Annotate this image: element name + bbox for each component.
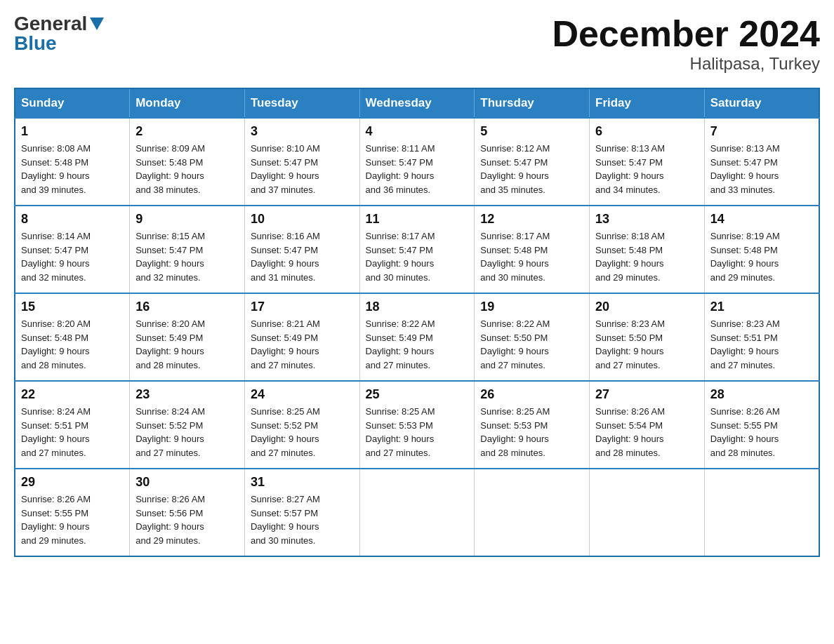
calendar-cell: 18Sunrise: 8:22 AMSunset: 5:49 PMDayligh… (359, 293, 475, 381)
day-info: Sunrise: 8:11 AMSunset: 5:47 PMDaylight:… (366, 142, 469, 196)
day-number: 25 (366, 387, 469, 402)
day-number: 21 (710, 300, 813, 314)
day-info: Sunrise: 8:25 AMSunset: 5:53 PMDaylight:… (366, 405, 469, 459)
calendar-cell (704, 469, 819, 556)
weekday-header-sunday: Sunday (15, 88, 130, 118)
calendar-cell: 13Sunrise: 8:18 AMSunset: 5:48 PMDayligh… (590, 206, 705, 293)
day-info: Sunrise: 8:17 AMSunset: 5:47 PMDaylight:… (366, 229, 469, 284)
day-info: Sunrise: 8:23 AMSunset: 5:51 PMDaylight:… (710, 317, 813, 372)
day-info: Sunrise: 8:19 AMSunset: 5:48 PMDaylight:… (710, 229, 813, 284)
day-number: 8 (21, 212, 124, 227)
day-info: Sunrise: 8:24 AMSunset: 5:52 PMDaylight:… (135, 405, 239, 459)
weekday-header-saturday: Saturday (704, 88, 819, 118)
calendar-cell: 14Sunrise: 8:19 AMSunset: 5:48 PMDayligh… (704, 206, 819, 293)
day-info: Sunrise: 8:14 AMSunset: 5:47 PMDaylight:… (21, 229, 124, 284)
calendar-cell: 31Sunrise: 8:27 AMSunset: 5:57 PMDayligh… (244, 469, 359, 556)
weekday-header-friday: Friday (590, 88, 705, 118)
calendar-cell: 1Sunrise: 8:08 AMSunset: 5:48 PMDaylight… (15, 118, 130, 206)
calendar-cell: 20Sunrise: 8:23 AMSunset: 5:50 PMDayligh… (590, 293, 705, 381)
day-number: 23 (135, 387, 239, 402)
day-number: 17 (251, 300, 354, 314)
day-number: 15 (21, 300, 124, 314)
day-number: 3 (251, 124, 354, 139)
calendar-body: 1Sunrise: 8:08 AMSunset: 5:48 PMDaylight… (15, 118, 819, 556)
logo: General Blue (14, 14, 104, 53)
calendar-cell: 3Sunrise: 8:10 AMSunset: 5:47 PMDaylight… (244, 118, 359, 206)
day-info: Sunrise: 8:08 AMSunset: 5:48 PMDaylight:… (21, 142, 124, 196)
calendar-cell: 27Sunrise: 8:26 AMSunset: 5:54 PMDayligh… (590, 381, 705, 469)
location-subtitle: Halitpasa, Turkey (552, 54, 820, 74)
day-info: Sunrise: 8:18 AMSunset: 5:48 PMDaylight:… (595, 229, 699, 284)
day-number: 6 (595, 124, 699, 139)
calendar-cell: 5Sunrise: 8:12 AMSunset: 5:47 PMDaylight… (475, 118, 590, 206)
day-info: Sunrise: 8:26 AMSunset: 5:54 PMDaylight:… (595, 405, 699, 459)
weekday-row: SundayMondayTuesdayWednesdayThursdayFrid… (15, 88, 819, 118)
day-info: Sunrise: 8:13 AMSunset: 5:47 PMDaylight:… (710, 142, 813, 196)
day-number: 22 (21, 387, 124, 402)
calendar-cell: 22Sunrise: 8:24 AMSunset: 5:51 PMDayligh… (15, 381, 130, 469)
calendar-week-2: 8Sunrise: 8:14 AMSunset: 5:47 PMDaylight… (15, 206, 819, 293)
calendar-cell: 26Sunrise: 8:25 AMSunset: 5:53 PMDayligh… (475, 381, 590, 469)
calendar-cell: 24Sunrise: 8:25 AMSunset: 5:52 PMDayligh… (244, 381, 359, 469)
calendar-cell: 21Sunrise: 8:23 AMSunset: 5:51 PMDayligh… (704, 293, 819, 381)
calendar-cell: 11Sunrise: 8:17 AMSunset: 5:47 PMDayligh… (359, 206, 475, 293)
calendar-table: SundayMondayTuesdayWednesdayThursdayFrid… (14, 88, 820, 557)
calendar-week-3: 15Sunrise: 8:20 AMSunset: 5:48 PMDayligh… (15, 293, 819, 381)
calendar-header: SundayMondayTuesdayWednesdayThursdayFrid… (15, 88, 819, 118)
calendar-cell: 16Sunrise: 8:20 AMSunset: 5:49 PMDayligh… (130, 293, 245, 381)
day-info: Sunrise: 8:13 AMSunset: 5:47 PMDaylight:… (595, 142, 699, 196)
calendar-cell: 12Sunrise: 8:17 AMSunset: 5:48 PMDayligh… (475, 206, 590, 293)
day-number: 2 (135, 124, 239, 139)
weekday-header-wednesday: Wednesday (359, 88, 475, 118)
calendar-cell: 25Sunrise: 8:25 AMSunset: 5:53 PMDayligh… (359, 381, 475, 469)
day-number: 5 (480, 124, 583, 139)
day-info: Sunrise: 8:26 AMSunset: 5:56 PMDaylight:… (135, 492, 239, 547)
day-number: 18 (366, 300, 469, 314)
month-title: December 2024 (552, 14, 820, 54)
day-info: Sunrise: 8:10 AMSunset: 5:47 PMDaylight:… (251, 142, 354, 196)
page-header: General Blue December 2024 Halitpasa, Tu… (14, 14, 820, 74)
calendar-cell: 10Sunrise: 8:16 AMSunset: 5:47 PMDayligh… (244, 206, 359, 293)
day-number: 9 (135, 212, 239, 227)
day-info: Sunrise: 8:26 AMSunset: 5:55 PMDaylight:… (21, 492, 124, 547)
day-info: Sunrise: 8:20 AMSunset: 5:49 PMDaylight:… (135, 317, 239, 372)
calendar-week-1: 1Sunrise: 8:08 AMSunset: 5:48 PMDaylight… (15, 118, 819, 206)
calendar-cell: 23Sunrise: 8:24 AMSunset: 5:52 PMDayligh… (130, 381, 245, 469)
day-number: 30 (135, 475, 239, 490)
logo-blue-text: Blue (14, 34, 57, 53)
calendar-week-4: 22Sunrise: 8:24 AMSunset: 5:51 PMDayligh… (15, 381, 819, 469)
day-info: Sunrise: 8:24 AMSunset: 5:51 PMDaylight:… (21, 405, 124, 459)
day-info: Sunrise: 8:17 AMSunset: 5:48 PMDaylight:… (480, 229, 583, 284)
day-number: 1 (21, 124, 124, 139)
day-info: Sunrise: 8:22 AMSunset: 5:49 PMDaylight:… (366, 317, 469, 372)
day-info: Sunrise: 8:27 AMSunset: 5:57 PMDaylight:… (251, 492, 354, 547)
day-info: Sunrise: 8:26 AMSunset: 5:55 PMDaylight:… (710, 405, 813, 459)
day-number: 7 (710, 124, 813, 139)
calendar-cell: 2Sunrise: 8:09 AMSunset: 5:48 PMDaylight… (130, 118, 245, 206)
day-info: Sunrise: 8:23 AMSunset: 5:50 PMDaylight:… (595, 317, 699, 372)
day-info: Sunrise: 8:21 AMSunset: 5:49 PMDaylight:… (251, 317, 354, 372)
day-info: Sunrise: 8:20 AMSunset: 5:48 PMDaylight:… (21, 317, 124, 372)
title-block: December 2024 Halitpasa, Turkey (552, 14, 820, 74)
day-number: 10 (251, 212, 354, 227)
day-number: 29 (21, 475, 124, 490)
calendar-cell: 30Sunrise: 8:26 AMSunset: 5:56 PMDayligh… (130, 469, 245, 556)
calendar-cell: 8Sunrise: 8:14 AMSunset: 5:47 PMDaylight… (15, 206, 130, 293)
day-info: Sunrise: 8:16 AMSunset: 5:47 PMDaylight:… (251, 229, 354, 284)
calendar-cell (359, 469, 475, 556)
calendar-cell: 9Sunrise: 8:15 AMSunset: 5:47 PMDaylight… (130, 206, 245, 293)
day-info: Sunrise: 8:25 AMSunset: 5:53 PMDaylight:… (480, 405, 583, 459)
day-info: Sunrise: 8:12 AMSunset: 5:47 PMDaylight:… (480, 142, 583, 196)
calendar-cell: 17Sunrise: 8:21 AMSunset: 5:49 PMDayligh… (244, 293, 359, 381)
logo-general-text: General (14, 14, 87, 34)
calendar-week-5: 29Sunrise: 8:26 AMSunset: 5:55 PMDayligh… (15, 469, 819, 556)
logo-triangle-icon (90, 18, 104, 30)
weekday-header-tuesday: Tuesday (244, 88, 359, 118)
calendar-cell: 15Sunrise: 8:20 AMSunset: 5:48 PMDayligh… (15, 293, 130, 381)
day-number: 28 (710, 387, 813, 402)
calendar-cell: 6Sunrise: 8:13 AMSunset: 5:47 PMDaylight… (590, 118, 705, 206)
calendar-cell: 29Sunrise: 8:26 AMSunset: 5:55 PMDayligh… (15, 469, 130, 556)
calendar-cell (475, 469, 590, 556)
calendar-cell: 7Sunrise: 8:13 AMSunset: 5:47 PMDaylight… (704, 118, 819, 206)
day-number: 19 (480, 300, 583, 314)
